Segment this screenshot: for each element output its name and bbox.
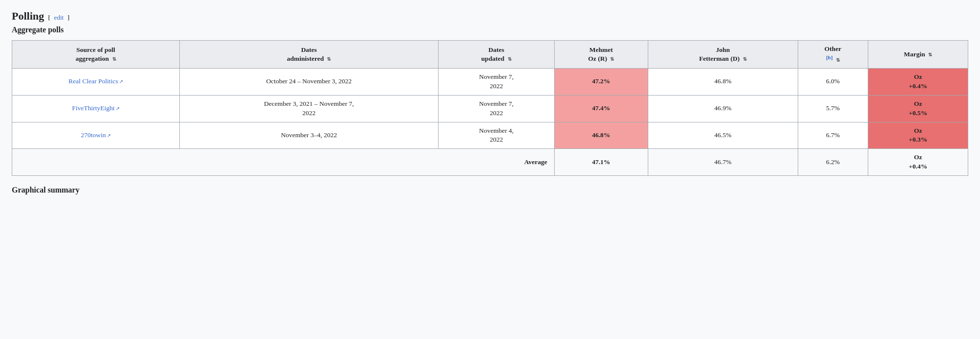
sort-icon-administered: ⇅ <box>327 56 331 63</box>
header-margin[interactable]: Margin ⇅ <box>868 41 968 69</box>
polls-table-wrapper: Source of pollaggregation ⇅ Datesadminis… <box>12 40 968 176</box>
updated-cell-1: November 7,2022 <box>439 95 555 122</box>
page-title: Polling [ edit ] <box>12 10 968 23</box>
administered-cell-1: December 3, 2021 – November 7,2022 <box>179 95 438 122</box>
source-cell-2: 270towin↗ <box>12 122 180 149</box>
source-link-0[interactable]: Real Clear Politics <box>69 77 118 85</box>
average-oz-cell: 47.1% <box>554 149 648 176</box>
administered-cell-0: October 24 – November 3, 2022 <box>179 68 438 95</box>
source-link-1[interactable]: FiveThirtyEight <box>72 104 115 112</box>
fetterman-cell-1: 46.9% <box>648 95 798 122</box>
updated-cell-2: November 4,2022 <box>439 122 555 149</box>
average-fetterman-cell: 46.7% <box>648 149 798 176</box>
average-margin-cell: Oz+0.4% <box>868 149 968 176</box>
graphical-summary-title: Graphical summary <box>12 186 968 194</box>
header-updated[interactable]: Datesupdated ⇅ <box>439 41 555 69</box>
sort-icon-oz: ⇅ <box>610 56 614 63</box>
other-cell-2: 6.7% <box>798 122 868 149</box>
margin-cell-0: Oz+0.4% <box>868 68 968 95</box>
external-link-icon: ↗ <box>119 79 123 84</box>
header-administered[interactable]: Datesadministered ⇅ <box>179 41 438 69</box>
header-other[interactable]: Other[b] ⇅ <box>798 41 868 69</box>
table-row: 270towin↗November 3–4, 2022November 4,20… <box>12 122 968 149</box>
source-cell-0: Real Clear Politics↗ <box>12 68 180 95</box>
updated-cell-0: November 7,2022 <box>439 68 555 95</box>
average-other-cell: 6.2% <box>798 149 868 176</box>
source-link-2[interactable]: 270towin <box>81 131 106 139</box>
sort-icon-other: ⇅ <box>836 57 840 64</box>
source-cell-1: FiveThirtyEight↗ <box>12 95 180 122</box>
oz-cell-1: 47.4% <box>554 95 648 122</box>
oz-cell-2: 46.8% <box>554 122 648 149</box>
aggregate-polls-table: Source of pollaggregation ⇅ Datesadminis… <box>12 40 968 176</box>
other-cell-0: 6.0% <box>798 68 868 95</box>
external-link-icon: ↗ <box>107 133 111 138</box>
sort-icon-updated: ⇅ <box>508 56 512 63</box>
fetterman-cell-0: 46.8% <box>648 68 798 95</box>
section-title: Aggregate polls <box>12 25 968 34</box>
margin-cell-1: Oz+0.5% <box>868 95 968 122</box>
title-text: Polling <box>12 10 44 23</box>
header-fetterman[interactable]: JohnFetterman (D) ⇅ <box>648 41 798 69</box>
average-label-cell: Average <box>12 149 555 176</box>
header-source[interactable]: Source of pollaggregation ⇅ <box>12 41 180 69</box>
sort-icon-margin: ⇅ <box>928 51 932 58</box>
header-oz[interactable]: MehmetOz (R) ⇅ <box>554 41 648 69</box>
average-row: Average47.1%46.7%6.2%Oz+0.4% <box>12 149 968 176</box>
table-header-row: Source of pollaggregation ⇅ Datesadminis… <box>12 41 968 69</box>
table-row: Real Clear Politics↗October 24 – Novembe… <box>12 68 968 95</box>
fetterman-cell-2: 46.5% <box>648 122 798 149</box>
table-row: FiveThirtyEight↗December 3, 2021 – Novem… <box>12 95 968 122</box>
oz-cell-0: 47.2% <box>554 68 648 95</box>
external-link-icon: ↗ <box>116 106 120 111</box>
margin-cell-2: Oz+0.3% <box>868 122 968 149</box>
edit-link[interactable]: edit <box>54 14 64 22</box>
administered-cell-2: November 3–4, 2022 <box>179 122 438 149</box>
sort-icon-fetterman: ⇅ <box>743 56 747 63</box>
other-cell-1: 5.7% <box>798 95 868 122</box>
sort-icon-source: ⇅ <box>112 56 116 63</box>
